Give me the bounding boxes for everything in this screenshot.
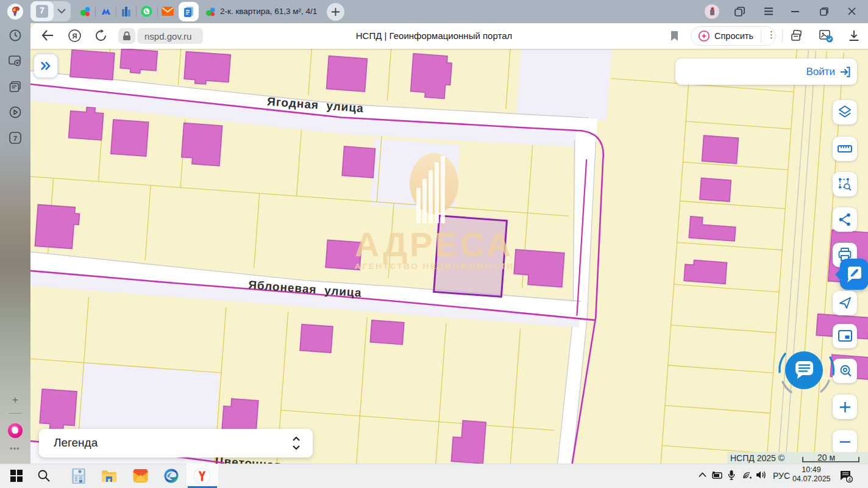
svg-text:4: 4 <box>848 476 851 483</box>
svg-text:АДРЕСА: АДРЕСА <box>355 225 514 264</box>
svg-text:7: 7 <box>13 135 17 142</box>
svg-text:АГЕНТСТВО НЕДВИЖИМОСТИ: АГЕНТСТВО НЕДВИЖИМОСТИ <box>355 262 514 271</box>
